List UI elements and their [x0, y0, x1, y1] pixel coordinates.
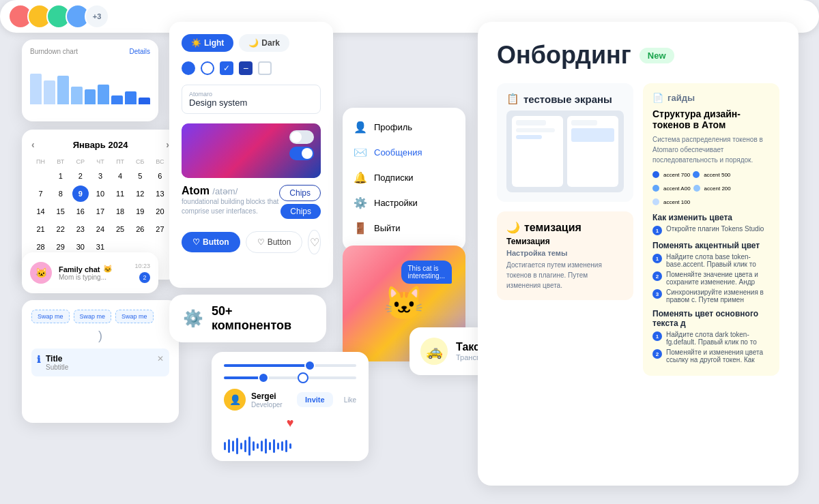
- chip-filled[interactable]: Chips: [281, 204, 321, 219]
- cal-day[interactable]: 11: [112, 186, 128, 202]
- cal-day[interactable]: 24: [92, 221, 109, 237]
- new-badge: New: [640, 48, 674, 63]
- atom-title: Atom /atəm/: [182, 185, 279, 197]
- bar: [111, 95, 123, 104]
- cal-day[interactable]: 1: [53, 168, 69, 184]
- swap-btn-3[interactable]: Swap me: [115, 310, 154, 323]
- wave-bar: [228, 439, 230, 453]
- wave-bar: [289, 443, 291, 449]
- cal-day[interactable]: 27: [152, 221, 168, 237]
- like-label: Like: [344, 396, 356, 404]
- how-change-colors-title: Как изменить цвета: [652, 213, 770, 222]
- menu-item-settings[interactable]: ⚙️ Настройки: [343, 190, 465, 216]
- cal-day[interactable]: 17: [92, 203, 109, 220]
- chat-card[interactable]: 🐱 Family chat 🐱 Mom is typing... 10:23 2: [22, 252, 158, 293]
- cal-day[interactable]: 12: [132, 186, 148, 202]
- chat-message: Mom is typing...: [59, 273, 128, 281]
- bar: [85, 89, 96, 104]
- btn-icon-heart[interactable]: ♡: [308, 230, 321, 254]
- chip-outline[interactable]: Chips: [279, 185, 321, 201]
- input-field[interactable]: Atomaro Design system: [182, 85, 321, 114]
- slider-track-1[interactable]: [224, 364, 356, 367]
- cal-day[interactable]: 15: [53, 203, 69, 220]
- step-dot: 3: [652, 289, 662, 299]
- wave-bar: [281, 441, 283, 451]
- radio-filled[interactable]: [182, 61, 195, 75]
- bar: [139, 98, 150, 104]
- test-screens-section: 📋 тестовые экраны: [497, 83, 633, 202]
- step-dot: 2: [652, 349, 662, 359]
- guide-title: Структура дизайн-токенов в Атом: [652, 108, 770, 130]
- cal-day[interactable]: 22: [53, 221, 69, 237]
- toggle-on[interactable]: [289, 147, 314, 160]
- slider-thumb-2[interactable]: [258, 372, 269, 383]
- slider-track-2[interactable]: [224, 376, 356, 379]
- cal-day[interactable]: 16: [72, 203, 89, 220]
- btn-primary[interactable]: ♡ Button: [182, 232, 240, 252]
- cal-day[interactable]: 2: [72, 168, 89, 184]
- wave-bar: [253, 441, 255, 451]
- swap-btn-2[interactable]: Swap me: [74, 310, 112, 323]
- slider-fill-1: [224, 364, 310, 367]
- cal-day[interactable]: 25: [112, 221, 128, 237]
- cal-day[interactable]: 26: [132, 221, 148, 237]
- swap-row: Swap me Swap me Swap me: [31, 310, 169, 323]
- heart-icon[interactable]: ♥: [287, 416, 294, 430]
- cal-day[interactable]: 21: [33, 221, 49, 237]
- themization-section: 🌙 темизация Темизация Настройка темы Дос…: [497, 211, 633, 300]
- burndown-title: Burndown chart: [30, 48, 78, 55]
- cal-day-today[interactable]: 9: [72, 186, 89, 202]
- themization-setup: Настройка темы: [506, 249, 624, 257]
- cal-day[interactable]: 8: [53, 186, 69, 202]
- invite-button[interactable]: Invite: [297, 392, 333, 407]
- calendar-month-year: Январь 2024: [73, 140, 128, 150]
- chat-time: 10:23: [134, 263, 150, 269]
- cal-day[interactable]: 5: [132, 168, 148, 184]
- cal-day[interactable]: 23: [72, 221, 89, 237]
- cal-day[interactable]: 7: [33, 186, 49, 202]
- radio-empty[interactable]: [201, 61, 214, 75]
- cal-day[interactable]: 13: [152, 186, 168, 202]
- bar: [57, 76, 69, 104]
- burndown-details[interactable]: Details: [129, 48, 150, 55]
- wave-bar: [248, 436, 250, 456]
- cal-day[interactable]: 6: [152, 168, 168, 184]
- cal-day[interactable]: 18: [112, 203, 128, 220]
- menu-item-logout[interactable]: 🚪 Выйти: [343, 216, 465, 241]
- cal-day[interactable]: 20: [152, 203, 168, 220]
- info-close-icon[interactable]: ✕: [157, 354, 164, 364]
- bar: [125, 91, 136, 104]
- cal-day[interactable]: 4: [112, 168, 128, 184]
- chat-bubble: This cat is interesting...: [401, 261, 452, 284]
- theme-toggle: ☀️ Light 🌙 Dark: [182, 34, 321, 52]
- menu-item-subscriptions[interactable]: 🔔 Подписки: [343, 165, 465, 190]
- step-dot: 1: [652, 226, 662, 235]
- swap-card: Swap me Swap me Swap me ) ℹ Title Subtit…: [22, 300, 179, 423]
- theme-dark-button[interactable]: 🌙 Dark: [239, 34, 289, 52]
- menu-label-subscriptions: Подписки: [374, 173, 414, 183]
- menu-label-logout: Выйти: [374, 223, 401, 233]
- guides-column: 📄 гайды Структура дизайн-токенов в Атом …: [643, 83, 779, 376]
- themization-desc: Достигается путем изменения токенов в пл…: [506, 260, 624, 291]
- cal-day[interactable]: 14: [33, 203, 49, 220]
- wave-bar: [261, 441, 263, 451]
- cal-day[interactable]: [33, 168, 49, 184]
- menu-item-messages[interactable]: ✉️ Сообщения: [343, 140, 465, 165]
- cal-day[interactable]: 10: [92, 186, 109, 202]
- checkbox-checked[interactable]: ✓: [220, 61, 233, 75]
- input-value: Design system: [189, 98, 313, 108]
- themization-subtitle: Темизация: [506, 237, 624, 246]
- toggle-off[interactable]: [289, 130, 314, 144]
- checkbox-empty[interactable]: [258, 61, 272, 75]
- slider-thumb-3[interactable]: [298, 372, 308, 383]
- btn-outline[interactable]: ♡ Button: [246, 231, 303, 253]
- checkbox-minus[interactable]: −: [239, 61, 253, 75]
- slider-thumb-1[interactable]: [304, 360, 315, 371]
- cal-day[interactable]: 19: [132, 203, 148, 220]
- cal-day[interactable]: 3: [92, 168, 109, 184]
- calendar-prev[interactable]: ‹: [31, 139, 35, 150]
- logout-icon: 🚪: [354, 222, 367, 235]
- menu-item-profile[interactable]: 👤 Профиль: [343, 115, 465, 140]
- theme-light-button[interactable]: ☀️ Light: [182, 34, 233, 52]
- swap-btn-1[interactable]: Swap me: [31, 310, 70, 323]
